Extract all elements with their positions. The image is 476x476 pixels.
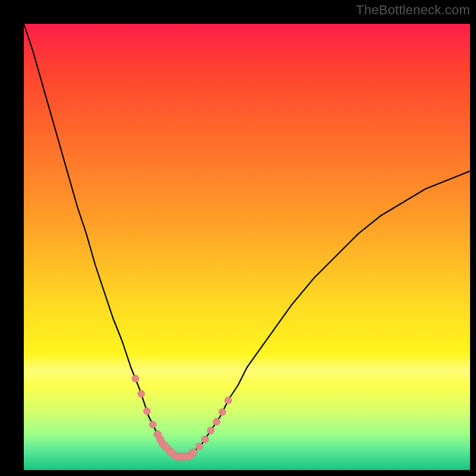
curve-marker [213,418,220,425]
bottleneck-curve [24,24,470,470]
curve-marker [202,436,209,443]
curve-line [24,24,470,457]
curve-marker [149,421,156,428]
curve-marker [207,427,214,434]
curve-marker [190,449,197,456]
curve-marker [143,408,151,415]
curve-marker [225,397,232,404]
curve-marker [219,409,226,416]
curve-marker [137,390,145,397]
chart-frame: TheBottleneck.com [0,0,476,476]
watermark-text: TheBottleneck.com [356,2,470,18]
curve-markers [132,375,232,461]
plot-area [24,24,470,470]
curve-marker [196,443,203,450]
curve-marker [132,375,139,382]
